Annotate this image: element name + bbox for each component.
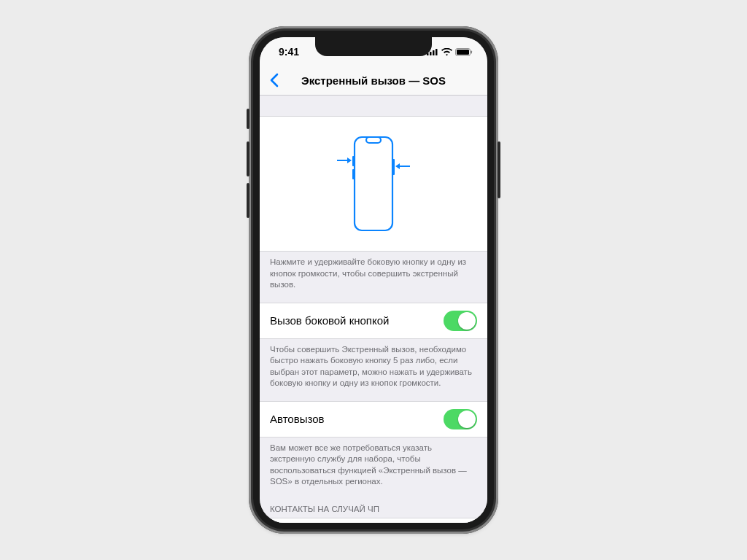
call-with-side-button-cell[interactable]: Вызов боковой кнопкой	[260, 303, 487, 339]
chevron-left-icon	[270, 73, 279, 88]
emergency-contact-row[interactable]: Emily Parker (408) 555-0941	[260, 518, 487, 523]
emergency-contacts-header: КОНТАКТЫ НА СЛУЧАЙ ЧП	[260, 499, 487, 518]
nav-title: Экстренный вызов — SOS	[260, 74, 487, 87]
volume-down-button	[247, 183, 249, 218]
phone-press-diagram-icon	[337, 134, 410, 236]
volume-up-button	[247, 141, 249, 176]
svg-rect-10	[352, 156, 355, 166]
auto-call-toggle[interactable]	[444, 409, 477, 429]
svg-rect-3	[436, 49, 438, 55]
battery-icon	[455, 48, 473, 56]
back-button[interactable]	[266, 69, 283, 93]
toggle2-footer: Вам может все же потребоваться указать э…	[260, 438, 487, 499]
svg-rect-9	[393, 159, 395, 175]
status-time: 9:41	[279, 46, 299, 58]
svg-rect-7	[355, 137, 392, 230]
svg-rect-5	[457, 50, 469, 55]
nav-header: Экстренный вызов — SOS	[260, 66, 487, 96]
phone-frame: 9:41	[251, 28, 496, 532]
svg-rect-8	[366, 137, 381, 143]
wifi-icon	[441, 48, 452, 56]
hero-illustration	[260, 116, 487, 252]
svg-rect-2	[433, 50, 435, 55]
side-button	[498, 141, 500, 198]
call-with-side-button-toggle[interactable]	[444, 311, 477, 331]
svg-marker-13	[347, 158, 352, 163]
svg-marker-15	[395, 163, 400, 169]
cell-label: Автовызов	[270, 413, 324, 425]
svg-rect-6	[471, 50, 473, 53]
svg-rect-11	[352, 169, 355, 179]
mute-switch	[247, 109, 249, 129]
auto-call-cell[interactable]: Автовызов	[260, 401, 487, 438]
hero-footer-text: Нажмите и удерживайте боковую кнопку и о…	[260, 252, 487, 303]
screen: 9:41	[260, 37, 487, 523]
content[interactable]: Нажмите и удерживайте боковую кнопку и о…	[260, 96, 487, 523]
cell-label: Вызов боковой кнопкой	[270, 314, 389, 327]
svg-rect-1	[430, 52, 432, 55]
toggle1-footer: Чтобы совершить Экстренный вызов, необхо…	[260, 339, 487, 401]
notch	[315, 37, 432, 56]
